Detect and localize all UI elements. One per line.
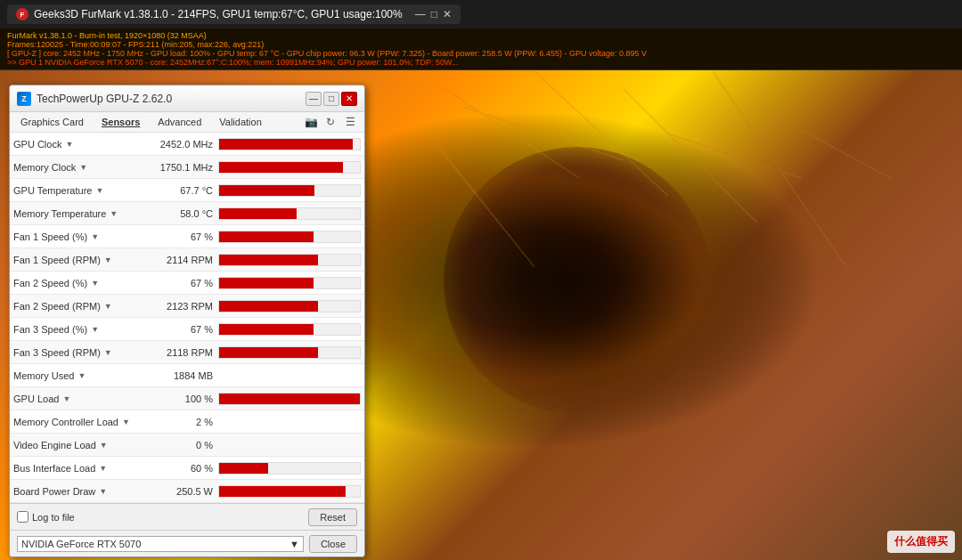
sensor-dropdown-arrow[interactable]: ▼ <box>99 487 107 496</box>
sensor-dropdown-arrow[interactable]: ▼ <box>104 256 112 264</box>
sensor-name-label: GPU Temperature▼ <box>13 185 156 196</box>
sensor-bar <box>219 185 314 196</box>
sensor-dropdown-arrow[interactable]: ▼ <box>122 418 130 426</box>
sensor-dropdown-arrow[interactable]: ▼ <box>104 348 112 357</box>
watermark-badge: 什么值得买 <box>887 531 955 553</box>
sensor-bar-container <box>218 393 361 405</box>
gpuz-gpu-bar: NVIDIA GeForce RTX 5070 ▼ Close <box>10 530 364 556</box>
gpuz-titlebar: Z TechPowerUp GPU-Z 2.62.0 — □ ✕ <box>10 85 364 112</box>
gpuz-close-button[interactable]: ✕ <box>341 92 357 106</box>
table-row: Fan 3 Speed (RPM)▼2118 RPM <box>10 341 364 364</box>
sensor-value-label: 2123 RPM <box>156 301 218 312</box>
sensor-bar-container <box>218 300 361 312</box>
sensor-dropdown-arrow[interactable]: ▼ <box>91 232 99 241</box>
menu-dots-icon[interactable]: ☰ <box>343 115 357 129</box>
sensor-dropdown-arrow[interactable]: ▼ <box>91 279 99 288</box>
sensor-dropdown-arrow[interactable]: ▼ <box>79 163 87 172</box>
table-row: Memory Used▼1884 MB <box>10 364 364 387</box>
sensor-bar-container <box>218 231 361 243</box>
furmark-line3: [ GPU-Z ] core: 2452 MHz - 1750 MHz - GP… <box>7 49 955 58</box>
sensor-value-label: 1884 MB <box>156 370 218 381</box>
sensor-value-label: 0 % <box>156 440 218 450</box>
sensor-name-label: Fan 1 Speed (%)▼ <box>13 231 156 242</box>
sensor-bar-container <box>218 323 361 336</box>
sensor-name-label: Memory Used▼ <box>13 370 156 381</box>
sensor-name-label: Memory Clock▼ <box>13 162 156 173</box>
sensor-bar <box>219 301 318 312</box>
sensor-name-label: Board Power Draw▼ <box>13 486 156 497</box>
sensor-bar-container <box>218 161 361 174</box>
sensor-bar <box>219 162 343 173</box>
camera-icon[interactable]: 📷 <box>304 115 318 129</box>
log-to-file-checkbox[interactable] <box>17 511 29 523</box>
sensor-bar <box>219 486 346 497</box>
taskbar-close[interactable]: ✕ <box>443 8 452 20</box>
table-row: GPU Clock▼2452.0 MHz <box>10 133 364 156</box>
gpuz-close-btn[interactable]: Close <box>309 535 357 553</box>
sensor-value-label: 67.7 °C <box>156 185 218 196</box>
furmark-line4: >> GPU 1 NVIDIA GeForce RTX 5070 - core:… <box>7 58 955 67</box>
sensors-table: GPU Clock▼2452.0 MHzMemory Clock▼1750.1 … <box>10 133 364 503</box>
taskbar-app-label: Geeks3D FurMark v1.38.1.0 - 214FPS, GPU1… <box>34 8 403 20</box>
table-row: Bus Interface Load▼60 % <box>10 457 364 480</box>
gpuz-minimize-button[interactable]: — <box>306 92 322 106</box>
reset-button[interactable]: Reset <box>308 508 357 526</box>
sensor-bar <box>219 208 297 219</box>
furmark-icon: F <box>16 8 29 20</box>
sensor-bar <box>219 463 268 474</box>
sensor-name-label: Fan 3 Speed (%)▼ <box>13 324 156 335</box>
gpuz-maximize-button[interactable]: □ <box>323 92 339 106</box>
table-row: Memory Temperature▼58.0 °C <box>10 202 364 225</box>
table-row: Board Power Draw▼250.5 W <box>10 480 364 503</box>
taskbar: F Geeks3D FurMark v1.38.1.0 - 214FPS, GP… <box>0 0 962 28</box>
sensor-name-label: Fan 1 Speed (RPM)▼ <box>13 255 156 265</box>
sensor-name-label: Bus Interface Load▼ <box>13 463 156 474</box>
sensor-value-label: 60 % <box>156 463 218 474</box>
sensor-value-label: 2 % <box>156 417 218 427</box>
sensor-dropdown-arrow[interactable]: ▼ <box>104 302 112 311</box>
sensor-bar <box>219 278 314 288</box>
sensor-bar <box>219 139 353 150</box>
table-row: Memory Controller Load▼2 % <box>10 410 364 434</box>
sensor-value-label: 2452.0 MHz <box>156 139 218 150</box>
sensor-name-label: Video Engine Load▼ <box>13 440 156 450</box>
gpu-selector-dropdown[interactable]: NVIDIA GeForce RTX 5070 ▼ <box>17 536 304 552</box>
sensor-dropdown-arrow[interactable]: ▼ <box>100 441 108 450</box>
gpuz-window-controls: — □ ✕ <box>306 92 357 106</box>
sensor-bar-container <box>218 485 361 498</box>
menu-validation[interactable]: Validation <box>216 115 265 129</box>
table-row: GPU Load▼100 % <box>10 387 364 410</box>
sensor-dropdown-arrow[interactable]: ▼ <box>99 464 107 473</box>
sensor-dropdown-arrow[interactable]: ▼ <box>62 394 70 403</box>
sensor-name-label: Fan 2 Speed (RPM)▼ <box>13 301 156 312</box>
watermark-text: 什么值得买 <box>894 535 948 548</box>
sensor-bar <box>219 347 318 358</box>
gpuz-title-area: Z TechPowerUp GPU-Z 2.62.0 <box>17 92 172 106</box>
menu-graphics-card[interactable]: Graphics Card <box>17 115 87 129</box>
sensor-dropdown-arrow[interactable]: ▼ <box>91 325 99 334</box>
sensor-dropdown-arrow[interactable]: ▼ <box>77 371 86 380</box>
sensor-name-label: Fan 3 Speed (RPM)▼ <box>13 347 156 358</box>
menu-sensors[interactable]: Sensors <box>98 115 143 129</box>
gpu-selector-value: NVIDIA GeForce RTX 5070 <box>21 539 141 549</box>
menu-icon-group: 📷 ↻ ☰ <box>304 115 357 129</box>
menu-advanced[interactable]: Advanced <box>154 115 205 129</box>
sensor-dropdown-arrow[interactable]: ▼ <box>110 209 118 218</box>
table-row: Fan 3 Speed (%)▼67 % <box>10 318 364 341</box>
table-row: Fan 1 Speed (%)▼67 % <box>10 225 364 248</box>
table-row: Fan 2 Speed (%)▼67 % <box>10 272 364 295</box>
taskbar-furmark-app[interactable]: F Geeks3D FurMark v1.38.1.0 - 214FPS, GP… <box>7 4 461 24</box>
furmark-line2: Frames:120025 - Time:00:09:07 - FPS:211 … <box>7 40 955 49</box>
sensor-dropdown-arrow[interactable]: ▼ <box>65 140 73 149</box>
sensor-bar-container <box>218 277 361 289</box>
sensor-bar <box>219 231 314 242</box>
log-to-file-label: Log to file <box>32 512 75 523</box>
gpuz-menubar: Graphics Card Sensors Advanced Validatio… <box>10 112 364 133</box>
sensor-dropdown-arrow[interactable]: ▼ <box>95 186 103 195</box>
sensor-bar-container <box>218 207 361 220</box>
taskbar-maximize[interactable]: □ <box>431 8 437 20</box>
sensor-name-label: Memory Temperature▼ <box>13 208 156 219</box>
sensor-value-label: 67 % <box>156 231 218 242</box>
taskbar-minimize[interactable]: — <box>415 8 426 20</box>
refresh-icon[interactable]: ↻ <box>323 115 338 129</box>
